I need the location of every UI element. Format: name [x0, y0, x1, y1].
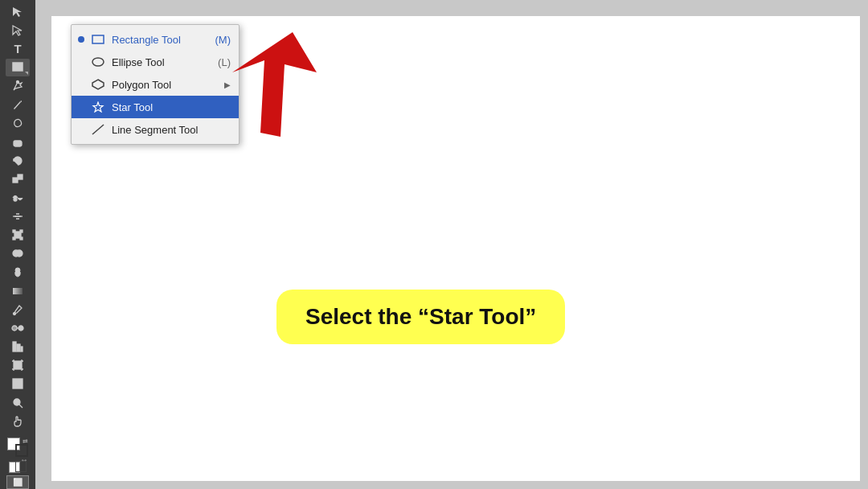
svg-rect-24	[92, 35, 104, 43]
star-icon	[91, 100, 105, 114]
svg-point-1	[17, 81, 19, 84]
ellipse-shortcut: (L)	[218, 56, 231, 68]
tool-scale[interactable]	[6, 171, 30, 187]
ellipse-icon	[91, 55, 105, 69]
svg-rect-8	[20, 230, 23, 232]
color-none-indicator: ↔	[9, 462, 27, 472]
screen-mode-button[interactable]: ⬜	[6, 475, 29, 489]
tool-free-transform[interactable]	[6, 227, 30, 244]
svg-rect-7	[13, 230, 15, 232]
menu-item-polygon[interactable]: Polygon Tool ▶	[72, 73, 239, 96]
tool-hand[interactable]	[6, 413, 30, 429]
svg-point-15	[14, 312, 16, 314]
tool-chart[interactable]	[6, 339, 30, 355]
svg-rect-0	[13, 63, 23, 71]
svg-rect-20	[21, 347, 23, 351]
line-icon	[91, 122, 105, 137]
instruction-tooltip: Select the “Star Tool”	[276, 290, 565, 344]
tool-blob[interactable]	[6, 115, 30, 132]
instruction-text: Select the “Star Tool”	[305, 304, 536, 329]
rectangle-shortcut: (M)	[215, 34, 231, 46]
tool-pen[interactable]	[6, 78, 30, 95]
shape-tool-dropdown: Rectangle Tool (M) Ellipse Tool (L) Poly…	[71, 24, 240, 145]
svg-point-23	[14, 399, 20, 405]
color-swatches: ⇄	[7, 434, 28, 457]
tool-paint[interactable]	[6, 264, 30, 281]
toolbar: T	[0, 0, 35, 489]
tool-slice[interactable]	[6, 376, 30, 392]
svg-rect-19	[17, 344, 20, 351]
tool-shape-builder[interactable]	[6, 245, 30, 262]
menu-item-line[interactable]: Line Segment Tool	[72, 118, 239, 141]
swap-colors-icon[interactable]: ⇄	[23, 438, 28, 445]
svg-point-17	[18, 326, 23, 331]
menu-item-ellipse[interactable]: Ellipse Tool (L)	[72, 51, 239, 73]
polygon-submenu-arrow: ▶	[224, 80, 231, 89]
tool-selection[interactable]	[6, 3, 30, 20]
svg-rect-9	[13, 237, 15, 240]
tool-eyedropper[interactable]	[6, 301, 30, 318]
svg-marker-26	[92, 80, 104, 89]
tool-warp[interactable]	[6, 189, 30, 206]
svg-point-25	[92, 58, 104, 66]
svg-point-5	[14, 198, 17, 201]
svg-marker-27	[93, 102, 103, 112]
line-tool-label: Line Segment Tool	[112, 124, 231, 136]
menu-item-star[interactable]: Star Tool	[72, 96, 239, 118]
rectangle-tool-label: Rectangle Tool	[112, 34, 209, 46]
tool-pencil[interactable]	[6, 97, 30, 113]
tool-gradient[interactable]	[6, 282, 30, 299]
tool-width[interactable]	[6, 208, 30, 225]
check-indicator	[78, 36, 84, 43]
svg-rect-14	[13, 288, 23, 294]
svg-rect-10	[20, 237, 23, 240]
svg-point-12	[16, 250, 23, 257]
svg-rect-21	[14, 361, 22, 369]
star-tool-label: Star Tool	[112, 101, 231, 113]
tool-eraser[interactable]	[6, 134, 30, 150]
svg-line-28	[92, 125, 104, 134]
tool-rotate[interactable]	[6, 152, 30, 169]
tool-blend[interactable]	[6, 319, 30, 336]
rectangle-icon	[91, 32, 105, 47]
tool-artboard[interactable]	[6, 357, 30, 374]
polygon-tool-label: Polygon Tool	[112, 79, 215, 91]
ellipse-tool-label: Ellipse Tool	[112, 56, 211, 68]
svg-point-16	[12, 326, 17, 331]
polygon-icon	[91, 77, 105, 92]
tool-zoom[interactable]	[6, 394, 30, 411]
canvas-area: Rectangle Tool (M) Ellipse Tool (L) Poly…	[35, 0, 868, 489]
tool-shape[interactable]	[6, 59, 30, 76]
tool-direct-select[interactable]	[6, 22, 30, 39]
menu-item-rectangle[interactable]: Rectangle Tool (M)	[72, 28, 239, 51]
svg-rect-18	[13, 342, 16, 351]
tool-type[interactable]: T	[6, 40, 30, 57]
